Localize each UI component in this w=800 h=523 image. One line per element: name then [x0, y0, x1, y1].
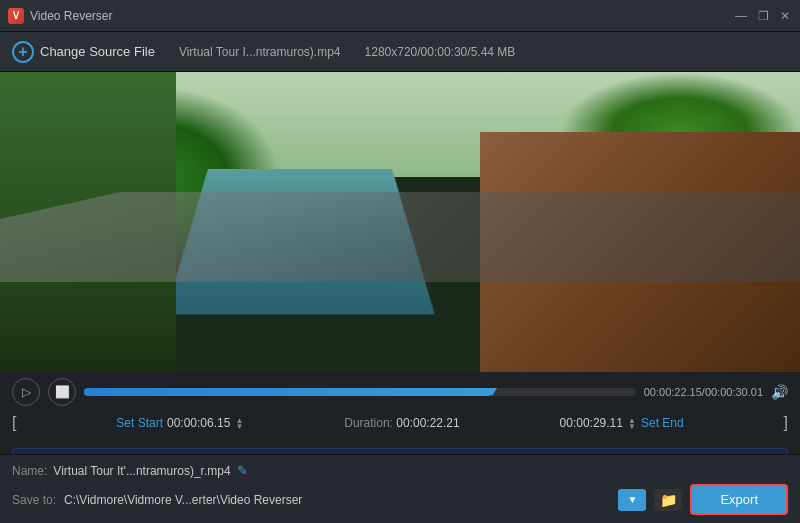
app-title: Video Reverser: [30, 9, 113, 23]
minimize-button[interactable]: —: [734, 9, 748, 23]
duration-value: 00:00:22.21: [396, 416, 459, 430]
volume-icon[interactable]: 🔊: [771, 384, 788, 400]
title-bar: V Video Reverser — ❐ ✕: [0, 0, 800, 32]
set-start-button[interactable]: Set Start: [116, 416, 163, 430]
stop-button[interactable]: ⬜: [48, 378, 76, 406]
progress-filled: [84, 388, 492, 396]
save-label: Save to:: [12, 493, 56, 507]
set-end-button[interactable]: Set End: [641, 416, 684, 430]
start-time-spinner[interactable]: ▲ ▼: [234, 418, 244, 429]
video-scene: [0, 72, 800, 372]
duration-label: Duration:: [344, 416, 393, 430]
wall-layer: [0, 192, 800, 282]
start-bracket: [: [12, 414, 16, 432]
output-filename: Virtual Tour It'...ntramuros)_r.mp4: [53, 464, 230, 478]
export-area: Export →: [690, 484, 788, 515]
window-controls: — ❐ ✕: [734, 9, 792, 23]
close-button[interactable]: ✕: [778, 9, 792, 23]
play-button[interactable]: ▷: [12, 378, 40, 406]
edit-name-icon[interactable]: ✎: [237, 463, 248, 478]
plus-icon: +: [12, 41, 34, 63]
playback-row: ▷ ⬜ 00:00:22.15/00:00:30.01 🔊: [12, 378, 788, 406]
file-name-display: Virtual Tour I...ntramuros).mp4: [179, 45, 341, 59]
set-end-section: 00:00:29.11 ▲ ▼ Set End: [560, 416, 684, 430]
footer: Name: Virtual Tour It'...ntramuros)_r.mp…: [0, 454, 800, 523]
file-meta: 1280x720/00:00:30/5.44 MB: [365, 45, 516, 59]
set-start-section: Set Start 00:00:06.15 ▲ ▼: [116, 416, 244, 430]
progress-bar[interactable]: [84, 388, 636, 396]
time-display: 00:00:22.15/00:00:30.01: [644, 386, 763, 398]
start-time: 00:00:06.15: [167, 416, 230, 430]
change-source-button[interactable]: + Change Source File: [12, 41, 155, 63]
controls-area: ▷ ⬜ 00:00:22.15/00:00:30.01 🔊 [ Set Star…: [0, 372, 800, 442]
footer-name-row: Name: Virtual Tour It'...ntramuros)_r.mp…: [12, 463, 788, 478]
title-bar-left: V Video Reverser: [8, 8, 113, 24]
export-button[interactable]: Export: [690, 484, 788, 515]
end-time-spinner[interactable]: ▲ ▼: [627, 418, 637, 429]
change-source-label: Change Source File: [40, 44, 155, 59]
progress-handle: [487, 388, 497, 396]
trim-row: [ Set Start 00:00:06.15 ▲ ▼ Duration: 00…: [12, 410, 788, 436]
save-path: C:\Vidmore\Vidmore V...erter\Video Rever…: [64, 493, 610, 507]
save-path-dropdown[interactable]: ▼: [618, 489, 646, 511]
browse-folder-button[interactable]: 📁: [654, 489, 682, 511]
name-label: Name:: [12, 464, 47, 478]
duration-section: Duration: 00:00:22.21: [344, 416, 459, 430]
footer-save-row: Save to: C:\Vidmore\Vidmore V...erter\Vi…: [12, 484, 788, 515]
toolbar: + Change Source File Virtual Tour I...nt…: [0, 32, 800, 72]
app-icon: V: [8, 8, 24, 24]
end-bracket: ]: [784, 414, 788, 432]
end-time: 00:00:29.11: [560, 416, 623, 430]
restore-button[interactable]: ❐: [756, 9, 770, 23]
video-preview: [0, 72, 800, 372]
